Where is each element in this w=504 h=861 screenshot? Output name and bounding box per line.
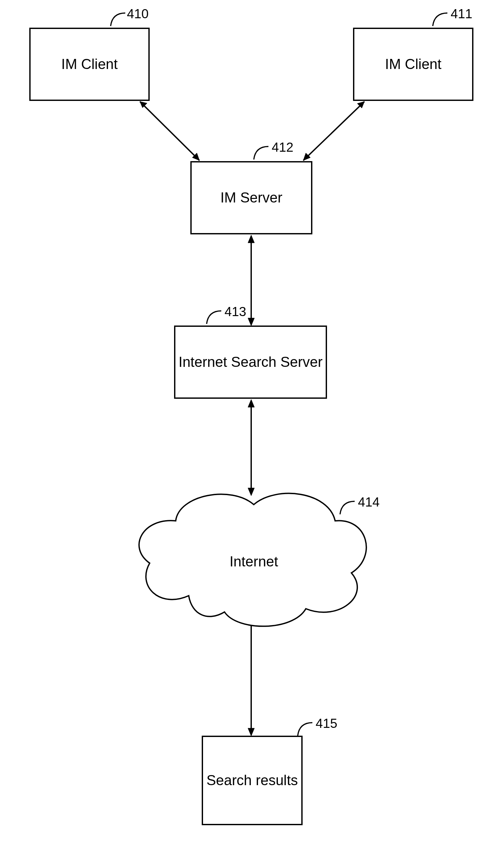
- svg-marker-13: [248, 728, 254, 736]
- edge-internet-results: [0, 0, 504, 861]
- diagram-stage: IM Client 410 IM Client 411 IM Server 41…: [0, 0, 504, 861]
